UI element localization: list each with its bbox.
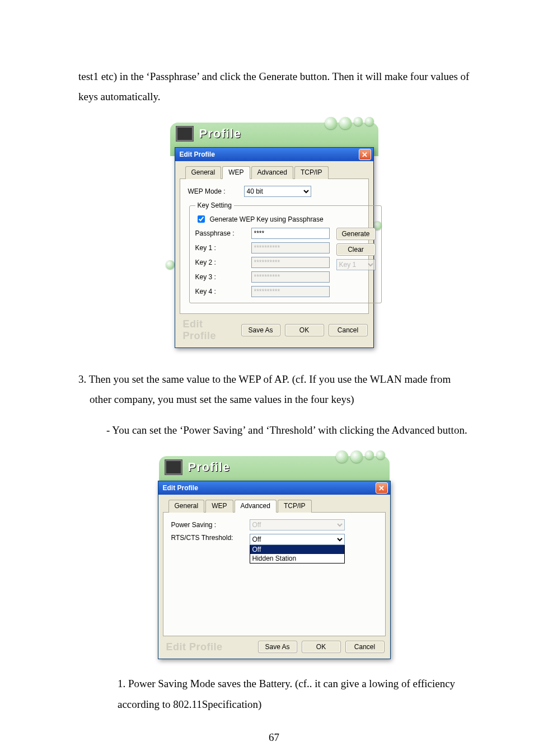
wep-mode-select[interactable]: 40 bit bbox=[244, 186, 311, 197]
advanced-bullet: - You can set the ‘Power Saving’ and ‘Th… bbox=[78, 420, 470, 440]
key3-label: Key 3 : bbox=[195, 273, 246, 281]
edit-profile-dialog: Edit Profile ✕ General WEP Advanced TCP/… bbox=[158, 481, 391, 659]
app-title: Profile bbox=[199, 126, 241, 141]
cancel-button[interactable]: Cancel bbox=[345, 641, 385, 653]
edit-profile-dialog: Edit Profile ✕ General WEP Advanced TCP/… bbox=[175, 147, 374, 348]
gen-passphrase-label: Generate WEP Key using Passphrase bbox=[210, 215, 324, 223]
rts-option-off[interactable]: Off bbox=[250, 545, 344, 554]
figure-advanced: Profile Edit Profile ✕ General WEP Advan… bbox=[78, 454, 470, 660]
rts-option-hidden[interactable]: Hidden Station bbox=[250, 554, 344, 563]
key1-input bbox=[251, 242, 330, 253]
close-icon: ✕ bbox=[378, 485, 385, 492]
app-title: Profile bbox=[188, 460, 230, 475]
ok-button[interactable]: OK bbox=[302, 641, 341, 653]
figure-wep: Profile Edit Profile ✕ General WEP Advan… bbox=[78, 120, 470, 356]
orb-icon bbox=[166, 260, 175, 269]
key1-label: Key 1 : bbox=[195, 244, 246, 252]
tab-wep[interactable]: WEP bbox=[222, 166, 250, 179]
step-1: 1. Power Saving Mode saves the Battery. … bbox=[78, 674, 470, 714]
app-logo-icon bbox=[165, 459, 182, 475]
rts-threshold-label: RTS/CTS Threshold: bbox=[171, 534, 244, 542]
page-number: 67 bbox=[78, 731, 470, 744]
wep-mode-label: WEP Mode : bbox=[188, 187, 238, 195]
key2-input bbox=[251, 257, 330, 268]
key2-label: Key 2 : bbox=[195, 259, 246, 266]
step-3: 3. Then you set the same value to the WE… bbox=[78, 369, 470, 410]
key3-input bbox=[251, 271, 330, 283]
key4-input bbox=[251, 286, 330, 297]
tab-general[interactable]: General bbox=[168, 500, 205, 513]
power-saving-select: Off bbox=[250, 519, 345, 530]
tab-tcpip[interactable]: TCP/IP bbox=[278, 500, 312, 513]
close-button[interactable]: ✕ bbox=[359, 149, 371, 160]
generate-button[interactable]: Generate bbox=[336, 228, 376, 240]
close-button[interactable]: ✕ bbox=[376, 482, 388, 494]
key-setting-legend: Key Setting bbox=[195, 201, 234, 209]
tab-tcpip[interactable]: TCP/IP bbox=[294, 166, 329, 179]
intro-text: test1 etc) in the ‘Passphrase’ and click… bbox=[78, 67, 470, 107]
app-logo-icon bbox=[176, 126, 194, 142]
dialog-title: Edit Profile bbox=[180, 151, 215, 158]
dialog-title: Edit Profile bbox=[163, 484, 198, 492]
power-saving-label: Power Saving : bbox=[171, 521, 244, 529]
passphrase-label: Passphrase : bbox=[195, 229, 246, 237]
tab-advanced[interactable]: Advanced bbox=[235, 500, 277, 513]
clear-button[interactable]: Clear bbox=[336, 243, 376, 256]
save-as-button[interactable]: Save As bbox=[241, 324, 280, 336]
tab-general[interactable]: General bbox=[185, 166, 222, 179]
ok-button[interactable]: OK bbox=[285, 324, 324, 336]
gen-passphrase-input[interactable] bbox=[198, 215, 205, 223]
key-select: Key 1 bbox=[336, 259, 376, 270]
cancel-button[interactable]: Cancel bbox=[329, 324, 368, 336]
save-as-button[interactable]: Save As bbox=[258, 641, 297, 653]
tab-wep[interactable]: WEP bbox=[205, 500, 233, 513]
rts-threshold-select[interactable]: Off bbox=[250, 534, 345, 545]
tab-advanced[interactable]: Advanced bbox=[251, 166, 293, 179]
ghost-title: Edit Profile bbox=[181, 318, 237, 342]
ghost-title: Edit Profile bbox=[164, 641, 223, 653]
close-icon: ✕ bbox=[362, 151, 368, 158]
passphrase-input[interactable] bbox=[251, 228, 330, 239]
gen-passphrase-checkbox[interactable]: Generate WEP Key using Passphrase bbox=[195, 214, 376, 224]
key4-label: Key 4 : bbox=[195, 288, 246, 295]
